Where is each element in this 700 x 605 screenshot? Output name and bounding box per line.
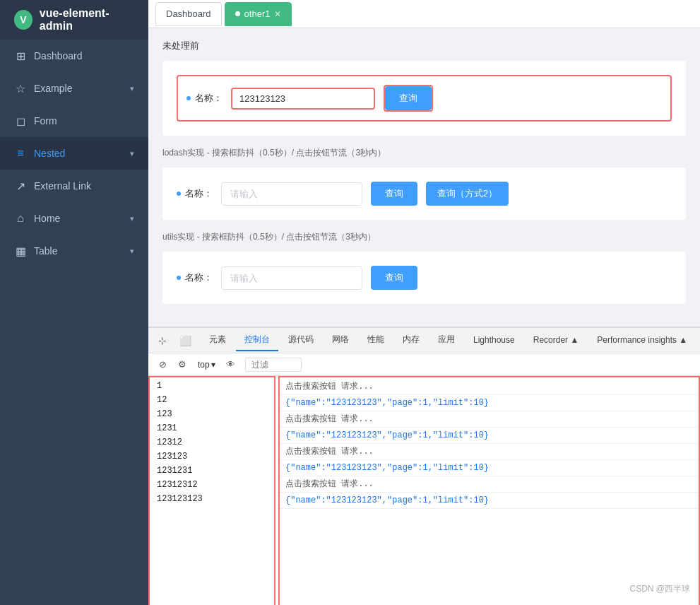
devtools-panel: ⊹ ⬜ 元素 控制台 源代码 网络 性能 内存 应用 Lighthouse Re… bbox=[148, 327, 700, 605]
log-line: 1 bbox=[150, 379, 274, 393]
dashboard-icon: ⊞ bbox=[14, 49, 27, 62]
sidebar-item-label: Table bbox=[34, 245, 123, 257]
console-output-line: 点击搜索按钮 请求... bbox=[280, 476, 699, 493]
section2-query2-button[interactable]: 查询（方式2） bbox=[426, 182, 509, 206]
log-line: 123123123 bbox=[150, 492, 274, 506]
tab-label: other1 bbox=[244, 8, 271, 19]
tab-network[interactable]: 网络 bbox=[324, 329, 357, 351]
console-output-line: 点击搜索按钮 请求... bbox=[280, 444, 699, 460]
sidebar-item-example[interactable]: ☆ Example ▾ bbox=[0, 72, 148, 105]
section3-query-button[interactable]: 查询 bbox=[371, 266, 417, 290]
devtools-mobile-icon[interactable]: ⬜ bbox=[177, 332, 194, 349]
sidebar-item-label: External Link bbox=[34, 180, 134, 192]
filter-input[interactable] bbox=[245, 358, 302, 372]
eye-icon[interactable]: 👁 bbox=[223, 356, 239, 373]
logo-text: vue-element-admin bbox=[40, 7, 134, 33]
sidebar-item-external-link[interactable]: ↗ External Link bbox=[0, 170, 148, 202]
section1-query-button[interactable]: 查询 bbox=[385, 86, 432, 110]
watermark: CSDN @西半球 bbox=[629, 583, 690, 595]
section1-form-row: 名称： bbox=[186, 88, 375, 110]
console-left-panel: 1 12 123 1231 12312 123123 1231231 12312… bbox=[148, 376, 275, 605]
tab-dot bbox=[235, 11, 240, 16]
tab-application[interactable]: 应用 bbox=[429, 329, 463, 351]
sidebar-item-label: Nested bbox=[34, 148, 123, 159]
sidebar: V vue-element-admin ⊞ Dashboard ☆ Exampl… bbox=[0, 0, 148, 605]
tab-elements[interactable]: 元素 bbox=[201, 329, 235, 351]
tab-other1[interactable]: other1 ✕ bbox=[225, 2, 292, 26]
sidebar-item-label: Example bbox=[34, 83, 123, 94]
tab-lighthouse[interactable]: Lighthouse bbox=[465, 331, 523, 351]
console-output-json: {"name":"123123123","page":1,"limit":10} bbox=[280, 493, 699, 509]
tab-console[interactable]: 控制台 bbox=[236, 329, 278, 351]
console-output-line: 点击搜索按钮 请求... bbox=[280, 379, 699, 395]
logo-icon: V bbox=[14, 10, 32, 30]
example-icon: ☆ bbox=[14, 82, 27, 95]
devtools-icons: ⊹ ⬜ bbox=[154, 332, 194, 349]
section1-card: 名称： 查询 bbox=[162, 61, 686, 136]
devtools-pointer-icon[interactable]: ⊹ bbox=[154, 332, 171, 349]
section1-form-wrapper: 名称： 查询 bbox=[177, 75, 672, 122]
chevron-down-icon: ▾ bbox=[130, 214, 134, 223]
form-icon: ◻ bbox=[14, 114, 27, 127]
devtools-tabs: ⊹ ⬜ 元素 控制台 源代码 网络 性能 内存 应用 Lighthouse Re… bbox=[148, 328, 700, 353]
clear-console-button[interactable]: ⊘ bbox=[154, 356, 171, 373]
log-line: 12312312 bbox=[150, 478, 274, 492]
log-line: 123 bbox=[150, 407, 274, 421]
tab-sources[interactable]: 源代码 bbox=[280, 329, 322, 351]
section2-query-button[interactable]: 查询 bbox=[371, 182, 417, 206]
tab-performance-insights[interactable]: Performance insights ▲ bbox=[588, 331, 696, 351]
log-line: 123123 bbox=[150, 450, 274, 464]
sidebar-item-dashboard[interactable]: ⊞ Dashboard bbox=[0, 40, 148, 72]
sidebar-item-table[interactable]: ▦ Table ▾ bbox=[0, 235, 148, 267]
section3-title: utils实现 - 搜索框防抖（0.5秒）/ 点击按钮节流（3秒内） bbox=[162, 231, 686, 243]
section2-title: lodash实现 - 搜索框防抖（0.5秒）/ 点击按钮节流（3秒内） bbox=[162, 147, 686, 159]
section2-name-input[interactable] bbox=[221, 182, 362, 206]
log-line: 1231231 bbox=[150, 464, 274, 478]
tab-recorder[interactable]: Recorder ▲ bbox=[525, 331, 588, 351]
tab-memory[interactable]: 内存 bbox=[394, 329, 428, 351]
tab-performance[interactable]: 性能 bbox=[359, 329, 393, 351]
tab-label: Dashboard bbox=[166, 8, 211, 19]
close-icon[interactable]: ✕ bbox=[274, 9, 281, 19]
sidebar-item-label: Home bbox=[34, 213, 123, 224]
top-selector[interactable]: top ▾ bbox=[194, 358, 220, 371]
section2-card: 名称： 查询 查询（方式2） bbox=[162, 168, 686, 220]
sidebar-item-label: Dashboard bbox=[34, 50, 134, 61]
console-right-panel: 点击搜索按钮 请求... {"name":"123123123","page":… bbox=[278, 376, 700, 605]
section3-label: 名称： bbox=[177, 271, 213, 284]
devtools-toolbar: ⊘ ⚙ top ▾ 👁 bbox=[148, 353, 700, 376]
chevron-down-icon: ▾ bbox=[211, 360, 215, 370]
log-line: 12312 bbox=[150, 435, 274, 450]
section3-name-input[interactable] bbox=[221, 266, 362, 290]
section3-card: 名称： 查询 bbox=[162, 252, 686, 304]
chevron-down-icon: ▾ bbox=[130, 247, 134, 256]
console-output-json: {"name":"123123123","page":1,"limit":10} bbox=[280, 395, 699, 411]
sidebar-item-label: Form bbox=[34, 115, 134, 127]
sidebar-item-form[interactable]: ◻ Form bbox=[0, 105, 148, 137]
section3-form-row: 名称： 查询 bbox=[177, 266, 672, 290]
main-area: Dashboard other1 ✕ 未处理前 名称： bbox=[148, 0, 700, 605]
sidebar-logo: V vue-element-admin bbox=[0, 0, 148, 40]
table-icon: ▦ bbox=[14, 245, 27, 257]
section1-title: 未处理前 bbox=[162, 40, 686, 52]
console-output-json: {"name":"123123123","page":1,"limit":10} bbox=[280, 460, 699, 476]
console-output-line: 点击搜索按钮 请求... bbox=[280, 411, 699, 428]
section2-form-row: 名称： 查询 查询（方式2） bbox=[177, 182, 672, 206]
page-content-area: 未处理前 名称： 查询 bbox=[148, 28, 700, 605]
sidebar-item-home[interactable]: ⌂ Home ▾ bbox=[0, 202, 148, 235]
devtools-body: 1 12 123 1231 12312 123123 1231231 12312… bbox=[148, 376, 700, 605]
page-content: 未处理前 名称： 查询 bbox=[148, 28, 700, 327]
log-line: 1231 bbox=[150, 421, 274, 435]
home-icon: ⌂ bbox=[14, 212, 27, 225]
section2-label: 名称： bbox=[177, 187, 213, 200]
sidebar-item-nested[interactable]: ≡ Nested ▾ bbox=[0, 137, 148, 170]
required-dot bbox=[186, 96, 191, 100]
settings-icon[interactable]: ⚙ bbox=[174, 356, 191, 373]
tab-dashboard[interactable]: Dashboard bbox=[155, 2, 222, 26]
nested-icon: ≡ bbox=[14, 147, 27, 160]
chevron-down-icon: ▾ bbox=[130, 149, 134, 158]
section1-label: 名称： bbox=[186, 92, 223, 105]
external-link-icon: ↗ bbox=[14, 180, 27, 192]
required-dot bbox=[177, 276, 181, 280]
section1-name-input[interactable] bbox=[232, 89, 374, 108]
